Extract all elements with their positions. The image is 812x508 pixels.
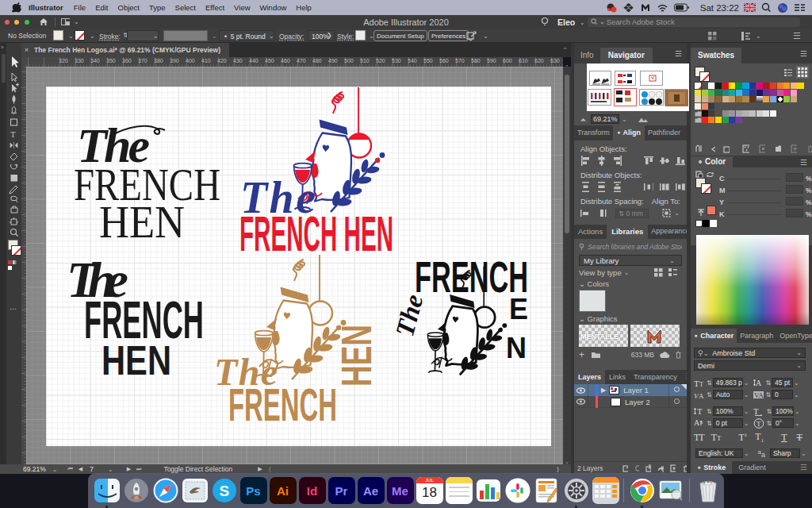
- svg-text:FRENCH HEN: FRENCH HEN: [239, 206, 393, 261]
- svg-text:T: T: [756, 420, 761, 428]
- svg-text:FRENCH: FRENCH: [228, 379, 337, 430]
- svg-text:VA: VA: [754, 391, 764, 399]
- svg-text:HEN: HEN: [99, 198, 185, 247]
- svg-text:HEN: HEN: [332, 325, 380, 387]
- svg-text:A: A: [756, 379, 762, 387]
- svg-text:N: N: [506, 332, 527, 364]
- svg-text:T: T: [699, 381, 703, 387]
- svg-text:E: E: [509, 293, 528, 325]
- svg-text:HEN: HEN: [102, 338, 171, 383]
- svg-text:S: S: [219, 483, 229, 499]
- svg-text:A: A: [699, 392, 704, 399]
- svg-text:T: T: [753, 406, 759, 416]
- svg-text:A: A: [694, 418, 700, 427]
- svg-text:T: T: [694, 379, 699, 387]
- svg-text:T: T: [697, 406, 703, 416]
- svg-text:The: The: [390, 291, 429, 340]
- svg-text:T: T: [10, 129, 16, 139]
